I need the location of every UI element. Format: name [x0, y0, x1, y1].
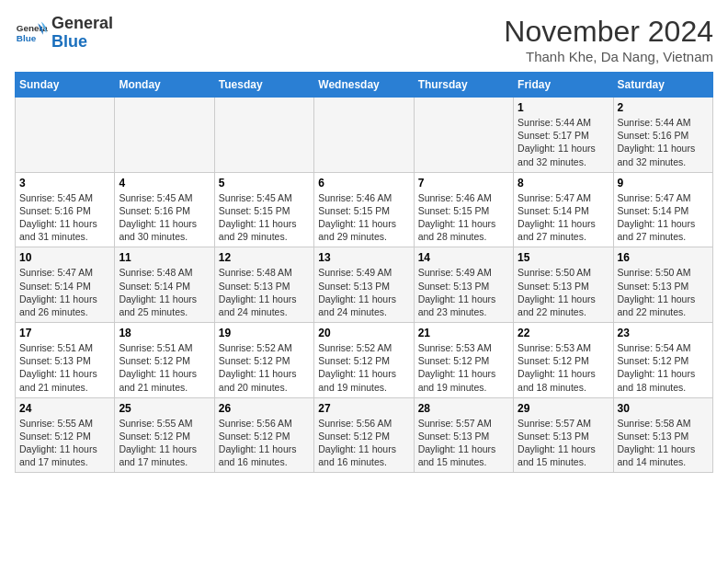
day-number: 10	[19, 251, 110, 264]
day-number: 12	[219, 251, 310, 264]
day-info: Sunrise: 5:44 AMSunset: 5:17 PMDaylight:…	[518, 116, 609, 168]
calendar-cell: 6Sunrise: 5:46 AMSunset: 5:15 PMDaylight…	[314, 172, 414, 247]
day-number: 27	[318, 402, 409, 415]
calendar-cell: 24Sunrise: 5:55 AMSunset: 5:12 PMDayligh…	[16, 397, 115, 473]
day-info: Sunrise: 5:47 AMSunset: 5:14 PMDaylight:…	[518, 191, 609, 244]
calendar-week-3: 10Sunrise: 5:47 AMSunset: 5:14 PMDayligh…	[16, 247, 713, 323]
day-info: Sunrise: 5:51 AMSunset: 5:13 PMDaylight:…	[19, 341, 110, 394]
logo-blue-text: Blue	[51, 32, 87, 51]
location: Thanh Khe, Da Nang, Vietnam	[504, 49, 713, 64]
day-number: 17	[19, 327, 110, 339]
calendar-cell: 17Sunrise: 5:51 AMSunset: 5:13 PMDayligh…	[16, 323, 115, 398]
day-number: 2	[618, 101, 709, 114]
day-info: Sunrise: 5:48 AMSunset: 5:14 PMDaylight:…	[119, 266, 210, 318]
calendar-table: SundayMondayTuesdayWednesdayThursdayFrid…	[15, 72, 713, 473]
calendar-cell: 4Sunrise: 5:45 AMSunset: 5:16 PMDaylight…	[115, 172, 214, 247]
day-info: Sunrise: 5:53 AMSunset: 5:12 PMDaylight:…	[418, 341, 509, 394]
svg-text:Blue: Blue	[17, 33, 37, 43]
calendar-cell: 26Sunrise: 5:56 AMSunset: 5:12 PMDayligh…	[214, 397, 313, 473]
calendar-cell: 21Sunrise: 5:53 AMSunset: 5:12 PMDayligh…	[414, 323, 513, 398]
calendar-cell: 18Sunrise: 5:51 AMSunset: 5:12 PMDayligh…	[115, 323, 214, 398]
day-info: Sunrise: 5:48 AMSunset: 5:13 PMDaylight:…	[219, 266, 310, 318]
day-info: Sunrise: 5:49 AMSunset: 5:13 PMDaylight:…	[418, 266, 509, 318]
day-info: Sunrise: 5:49 AMSunset: 5:13 PMDaylight:…	[318, 266, 409, 318]
day-info: Sunrise: 5:54 AMSunset: 5:12 PMDaylight:…	[618, 341, 709, 394]
day-number: 13	[318, 251, 409, 264]
day-info: Sunrise: 5:58 AMSunset: 5:13 PMDaylight:…	[618, 417, 709, 469]
day-info: Sunrise: 5:46 AMSunset: 5:15 PMDaylight:…	[418, 191, 509, 244]
day-info: Sunrise: 5:47 AMSunset: 5:14 PMDaylight:…	[19, 266, 110, 318]
calendar-header: SundayMondayTuesdayWednesdayThursdayFrid…	[16, 73, 713, 98]
day-number: 5	[219, 177, 310, 190]
calendar-cell: 12Sunrise: 5:48 AMSunset: 5:13 PMDayligh…	[214, 247, 313, 323]
day-info: Sunrise: 5:53 AMSunset: 5:12 PMDaylight:…	[518, 341, 609, 394]
day-number: 7	[418, 177, 509, 190]
calendar-cell: 22Sunrise: 5:53 AMSunset: 5:12 PMDayligh…	[514, 323, 613, 398]
day-number: 30	[618, 402, 709, 415]
logo-icon: General Blue	[15, 17, 48, 50]
calendar-cell: 5Sunrise: 5:45 AMSunset: 5:15 PMDaylight…	[214, 172, 313, 247]
calendar-cell: 15Sunrise: 5:50 AMSunset: 5:13 PMDayligh…	[514, 247, 613, 323]
day-number: 21	[418, 327, 509, 339]
day-number: 14	[418, 251, 509, 264]
day-info: Sunrise: 5:44 AMSunset: 5:16 PMDaylight:…	[618, 116, 709, 168]
calendar-week-1: 1Sunrise: 5:44 AMSunset: 5:17 PMDaylight…	[16, 98, 713, 173]
calendar-cell: 2Sunrise: 5:44 AMSunset: 5:16 PMDaylight…	[613, 98, 712, 173]
weekday-header-wednesday: Wednesday	[314, 73, 414, 98]
page-header: General Blue General Blue November 2024 …	[15, 15, 713, 64]
calendar-cell: 20Sunrise: 5:52 AMSunset: 5:12 PMDayligh…	[314, 323, 414, 398]
day-info: Sunrise: 5:45 AMSunset: 5:16 PMDaylight:…	[19, 191, 110, 244]
logo: General Blue General Blue	[15, 15, 113, 52]
day-number: 24	[19, 402, 110, 415]
calendar-week-2: 3Sunrise: 5:45 AMSunset: 5:16 PMDaylight…	[16, 172, 713, 247]
calendar-cell: 1Sunrise: 5:44 AMSunset: 5:17 PMDaylight…	[514, 98, 613, 173]
calendar-cell: 10Sunrise: 5:47 AMSunset: 5:14 PMDayligh…	[16, 247, 115, 323]
day-info: Sunrise: 5:50 AMSunset: 5:13 PMDaylight:…	[618, 266, 709, 318]
calendar-cell: 3Sunrise: 5:45 AMSunset: 5:16 PMDaylight…	[16, 172, 115, 247]
day-info: Sunrise: 5:47 AMSunset: 5:14 PMDaylight:…	[618, 191, 709, 244]
month-title: November 2024	[504, 15, 713, 49]
day-info: Sunrise: 5:55 AMSunset: 5:12 PMDaylight:…	[19, 417, 110, 469]
day-number: 25	[119, 402, 210, 415]
calendar-cell	[314, 98, 414, 173]
day-info: Sunrise: 5:52 AMSunset: 5:12 PMDaylight:…	[219, 341, 310, 394]
calendar-cell: 16Sunrise: 5:50 AMSunset: 5:13 PMDayligh…	[613, 247, 712, 323]
day-info: Sunrise: 5:52 AMSunset: 5:12 PMDaylight:…	[318, 341, 409, 394]
day-number: 9	[618, 177, 709, 190]
day-number: 18	[119, 327, 210, 339]
calendar-cell: 9Sunrise: 5:47 AMSunset: 5:14 PMDaylight…	[613, 172, 712, 247]
calendar-cell	[16, 98, 115, 173]
calendar-cell: 19Sunrise: 5:52 AMSunset: 5:12 PMDayligh…	[214, 323, 313, 398]
day-number: 29	[518, 402, 609, 415]
calendar-cell	[214, 98, 313, 173]
logo-general-text: General	[51, 14, 113, 32]
day-info: Sunrise: 5:57 AMSunset: 5:13 PMDaylight:…	[518, 417, 609, 469]
calendar-cell: 8Sunrise: 5:47 AMSunset: 5:14 PMDaylight…	[514, 172, 613, 247]
calendar-cell: 7Sunrise: 5:46 AMSunset: 5:15 PMDaylight…	[414, 172, 513, 247]
day-number: 6	[318, 177, 409, 190]
day-info: Sunrise: 5:45 AMSunset: 5:15 PMDaylight:…	[219, 191, 310, 244]
day-number: 4	[119, 177, 210, 190]
calendar-cell	[115, 98, 214, 173]
day-info: Sunrise: 5:56 AMSunset: 5:12 PMDaylight:…	[318, 417, 409, 469]
day-number: 22	[518, 327, 609, 339]
calendar-cell	[414, 98, 513, 173]
day-number: 19	[219, 327, 310, 339]
calendar-cell: 29Sunrise: 5:57 AMSunset: 5:13 PMDayligh…	[514, 397, 613, 473]
day-number: 20	[318, 327, 409, 339]
day-number: 23	[618, 327, 709, 339]
day-number: 11	[119, 251, 210, 264]
day-number: 1	[518, 101, 609, 114]
weekday-header-sunday: Sunday	[16, 73, 115, 98]
weekday-header-friday: Friday	[514, 73, 613, 98]
day-info: Sunrise: 5:55 AMSunset: 5:12 PMDaylight:…	[119, 417, 210, 469]
day-number: 8	[518, 177, 609, 190]
calendar-cell: 11Sunrise: 5:48 AMSunset: 5:14 PMDayligh…	[115, 247, 214, 323]
calendar-cell: 28Sunrise: 5:57 AMSunset: 5:13 PMDayligh…	[414, 397, 513, 473]
weekday-header-row: SundayMondayTuesdayWednesdayThursdayFrid…	[16, 73, 713, 98]
day-info: Sunrise: 5:50 AMSunset: 5:13 PMDaylight:…	[518, 266, 609, 318]
calendar-week-4: 17Sunrise: 5:51 AMSunset: 5:13 PMDayligh…	[16, 323, 713, 398]
calendar-cell: 13Sunrise: 5:49 AMSunset: 5:13 PMDayligh…	[314, 247, 414, 323]
day-number: 16	[618, 251, 709, 264]
day-info: Sunrise: 5:46 AMSunset: 5:15 PMDaylight:…	[318, 191, 409, 244]
